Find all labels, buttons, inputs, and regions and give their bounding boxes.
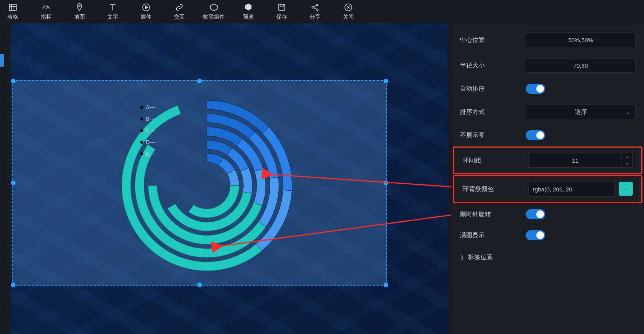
prop-hidezero: 不展示零 [451,125,644,146]
prop-label: 顺时针旋转 [460,210,518,219]
resize-handle-s[interactable] [197,282,202,287]
svg-rect-7 [279,4,285,10]
svg-point-9 [317,4,318,6]
svg-point-10 [317,9,318,10]
prop-label: 环背景颜色 [463,185,521,193]
legend-item: C--- [140,127,155,134]
svg-point-5 [79,5,80,7]
table-icon [8,3,17,12]
text-icon [108,3,117,12]
autosort-toggle[interactable] [526,84,545,94]
legend-label: E--- [146,151,155,157]
prop-ringbg: 环背景颜色 ⌄ [454,176,641,202]
prop-label: 中心位置 [460,36,518,44]
tool-media[interactable]: 媒体 [136,3,156,21]
tool-text[interactable]: 文字 [103,3,122,21]
step-down-icon[interactable]: ▼ [622,160,632,167]
tool-label: 表格 [7,14,18,21]
main-area: A--- B--- C--- D--- E--- 中心位置 [0,23,644,334]
chevron-down-icon: ⌄ [625,108,630,116]
prop-sortby: 排序方式 逆序 ⌄ [451,99,644,125]
prop-clockwise: 顺时针旋转 [451,204,644,225]
tool-table[interactable]: 表格 [3,3,22,21]
collapsed-left-panel[interactable] [0,54,4,67]
tool-preview[interactable]: 预览 [239,3,258,21]
tool-interact[interactable]: 交互 [170,3,189,21]
canvas-area[interactable]: A--- B--- C--- D--- E--- [0,23,451,334]
resize-handle-nw[interactable] [11,79,15,83]
tool-iot[interactable]: 物联组件 [203,3,225,21]
hidezero-toggle[interactable] [526,130,545,140]
select-value: 逆序 [575,108,587,116]
svg-line-4 [46,7,48,9]
prop-radius: 半径大小 [451,53,644,78]
legend-item: B--- [140,116,155,122]
resize-handle-w[interactable] [11,181,15,185]
legend-item: A--- [140,104,155,110]
resize-handle-se[interactable] [384,282,388,287]
link-icon [175,3,184,12]
save-icon [277,3,286,12]
tool-label: 文字 [107,14,118,21]
properties-panel: 中心位置 半径大小 自动排序 排序方式 逆序 ⌄ 不展示零 环间距 [451,23,644,334]
tool-indicator[interactable]: 指标 [36,3,56,21]
tool-label: 预览 [243,14,254,21]
radial-chart: A--- B--- C--- D--- E--- [114,96,300,282]
map-pin-icon [75,3,84,12]
tool-label: 保存 [276,14,287,21]
legend-dot-icon [140,117,143,121]
tool-label: 关闭 [343,14,354,21]
prop-label: 不展示零 [460,131,518,139]
tool-map[interactable]: 地图 [70,3,89,21]
ringbg-input[interactable] [529,182,615,196]
chevron-down-icon: ⌄ [624,186,628,191]
clockwise-toggle[interactable] [526,209,545,219]
chevron-right-icon: ❯ [460,255,464,260]
legend-item: E--- [140,151,155,157]
selected-component[interactable]: A--- B--- C--- D--- E--- [12,80,387,286]
prop-ringgap: 环间距 ▲ ▼ [454,148,641,173]
prop-label: 环间距 [463,157,521,165]
share-icon [310,3,320,12]
legend-dot-icon [140,106,143,109]
resize-handle-e[interactable] [384,181,388,185]
legend-label: A--- [146,104,155,110]
prop-label: 半径大小 [460,62,518,70]
center-input[interactable] [526,33,635,47]
resize-handle-ne[interactable] [384,79,388,83]
svg-point-8 [312,7,313,8]
tool-label: 交互 [174,14,185,21]
legend-dot-icon [140,129,143,132]
fullchart-toggle[interactable] [526,230,545,240]
section-labelpos[interactable]: ❯ 标签位置 [451,246,644,265]
prop-center: 中心位置 [451,27,644,53]
prop-autosort: 自动排序 [451,78,644,99]
play-circle-icon [141,3,151,12]
svg-rect-0 [9,4,16,10]
chart-legend: A--- B--- C--- D--- E--- [140,104,155,157]
sortby-select[interactable]: 逆序 ⌄ [526,105,635,119]
tool-close[interactable]: 关闭 [339,3,358,21]
tool-share[interactable]: 分享 [305,3,325,21]
close-circle-icon [344,3,353,12]
step-up-icon[interactable]: ▲ [622,153,632,160]
legend-dot-icon [140,141,143,144]
radius-input[interactable] [526,58,635,73]
color-swatch[interactable]: ⌄ [619,182,633,196]
legend-label: C--- [146,127,155,134]
resize-handle-sw[interactable] [11,282,15,287]
prop-label: 排序方式 [460,108,518,116]
gauge-icon [41,3,51,12]
tool-label: 分享 [310,14,320,21]
legend-label: D--- [146,139,155,145]
ringgap-stepper[interactable]: ▲ ▼ [529,153,633,168]
prop-label: 满图显示 [460,231,518,239]
ringgap-input[interactable] [529,153,622,168]
tool-label: 物联组件 [203,14,225,21]
resize-handle-n[interactable] [197,79,202,83]
tool-save[interactable]: 保存 [272,3,291,21]
prop-label: 自动排序 [460,85,518,93]
section-title: 标签位置 [468,253,493,262]
cube-icon [244,3,253,12]
legend-dot-icon [140,152,143,155]
